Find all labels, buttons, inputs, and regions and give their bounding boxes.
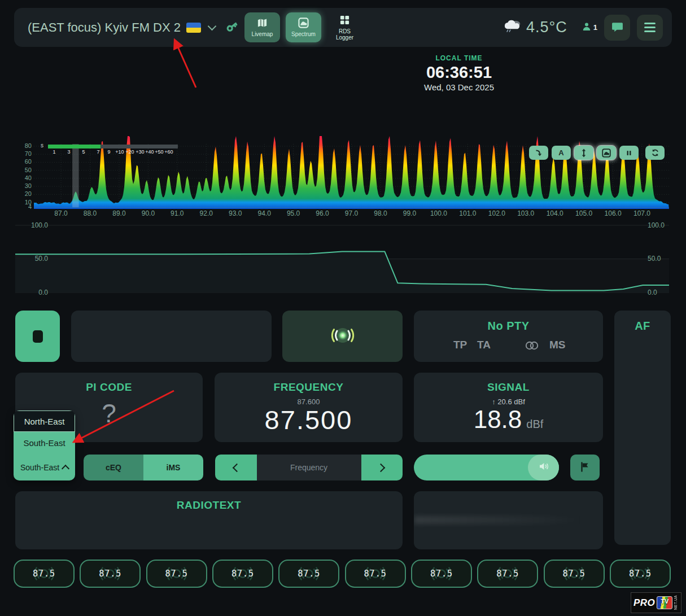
ceq-button[interactable]: cEQ (84, 455, 143, 480)
frequency-input[interactable] (257, 455, 361, 480)
frequency-panel: FREQUENCY 87.600 87.500 (215, 373, 403, 442)
pi-code-title: PI CODE (86, 381, 132, 394)
ms-flag: MS (549, 339, 566, 351)
flag-button[interactable] (570, 455, 600, 480)
spectrum-x-tick: 88.0 (84, 209, 97, 217)
listener-count: 1 (582, 22, 597, 33)
signal-title: SIGNAL (487, 381, 530, 394)
chat-button[interactable] (604, 15, 630, 41)
preset-frequency: 87.5 (165, 569, 188, 579)
pty-value: No PTY (414, 320, 603, 333)
preset-button[interactable]: 87.5 (278, 560, 339, 588)
local-date-value: Wed, 03 Dec 2025 (367, 82, 551, 92)
spectrum-y-tick: 30 (17, 182, 32, 189)
spectrum-x-tick: 93.0 (229, 209, 242, 217)
ukraine-flag-icon (186, 23, 201, 33)
history-y-tick: 0.0 (648, 289, 657, 296)
spectrum-x-tick: 101.0 (459, 209, 476, 217)
signal-history-graph[interactable]: 100.050.00.0 100.050.00.0 (15, 221, 669, 302)
antenna-dropdown: North-East South-East South-East (14, 410, 75, 480)
smeter-fill (48, 145, 101, 148)
preset-row: 87.587.587.587.587.587.587.587.587.587.5 (14, 560, 671, 588)
spectrum-y-tick: 80 (17, 142, 32, 149)
smeter-tick: +50 (155, 149, 163, 155)
protv-logo[interactable]: PRO TV NET.UA (631, 592, 681, 613)
livemap-button[interactable]: Livemap (244, 12, 280, 42)
chevron-down-icon[interactable] (208, 22, 217, 31)
smeter-tick: +40 (145, 149, 154, 155)
graph-style-button[interactable] (597, 146, 616, 160)
audio-mode-buttons: cEQ iMS (84, 455, 203, 480)
radiotext-panel: RADIOTEXT (15, 491, 403, 549)
antenna-option-north-east[interactable]: North-East (14, 410, 75, 432)
spectrum-graph[interactable]: 80706050403020104 87.088.089.090.091.092… (17, 141, 671, 218)
spectrum-y-tick: 50 (17, 167, 32, 173)
smeter-tick: 3 (67, 149, 70, 155)
audio-status-panel[interactable] (282, 311, 403, 362)
local-time-label: LOCAL TIME (367, 54, 551, 62)
weather-icon (504, 19, 522, 36)
volume-slider[interactable] (414, 455, 559, 480)
flag-icon (580, 462, 590, 474)
signal-peak: ↑ 20.6 dBf (492, 397, 525, 406)
local-time-value: 06:36:51 (367, 63, 551, 82)
preset-button[interactable]: 87.5 (14, 560, 75, 588)
preset-frequency: 87.5 (231, 569, 254, 579)
spectrum-y-tick: 40 (17, 174, 32, 181)
frequency-down-button[interactable] (215, 455, 257, 480)
station-title[interactable]: (EAST focus) Kyiv FM DX 2 (28, 20, 181, 35)
preset-button[interactable]: 87.5 (477, 560, 538, 588)
preset-frequency: 87.5 (99, 569, 121, 579)
vertical-zoom-button[interactable] (574, 146, 593, 160)
spectrum-toolbar: A (529, 146, 665, 160)
spectrum-x-tick: 87.0 (54, 209, 67, 217)
snap-down-button[interactable] (529, 146, 548, 160)
smeter-tick: +20 (125, 149, 134, 155)
frequency-up-button[interactable] (361, 455, 403, 480)
rds-logger-button[interactable]: RDS Logger (327, 12, 362, 42)
smeter-tick: +60 (164, 149, 173, 155)
stop-icon (33, 330, 43, 343)
preset-button[interactable]: 87.5 (212, 560, 273, 588)
menu-button[interactable] (637, 15, 663, 41)
speaker-icon (539, 462, 549, 473)
station-name-panel (71, 311, 272, 362)
refresh-button[interactable] (645, 146, 665, 160)
spectrum-button[interactable]: Spectrum (286, 12, 321, 42)
stop-button[interactable] (15, 311, 60, 362)
preset-button[interactable]: 87.5 (345, 560, 406, 588)
pause-button[interactable] (619, 146, 639, 160)
history-y-tick: 100.0 (648, 221, 665, 229)
antenna-option-south-east[interactable]: South-East (14, 432, 75, 454)
smeter-tick: 7 (97, 149, 99, 155)
antenna-select[interactable]: South-East (14, 454, 75, 480)
spectrum-x-tick: 99.0 (403, 209, 416, 217)
preset-button[interactable]: 87.5 (146, 560, 207, 588)
smeter-tick: 9 (107, 149, 110, 155)
preset-button[interactable]: 87.5 (80, 560, 141, 588)
preset-button[interactable]: 87.5 (544, 560, 605, 588)
auto-scale-button[interactable]: A (552, 146, 571, 160)
ims-button[interactable]: iMS (143, 455, 203, 480)
aux-blur-streak (414, 516, 583, 524)
preset-button[interactable]: 87.5 (411, 560, 472, 588)
smeter-tick: 1 (53, 149, 55, 155)
spectrum-y-tick: 70 (17, 150, 32, 157)
preset-frequency: 87.5 (496, 569, 519, 579)
livemap-label: Livemap (252, 31, 273, 37)
spectrum-x-tick: 91.0 (171, 209, 183, 217)
preset-frequency: 87.5 (364, 569, 387, 579)
spectrum-x-tick: 92.0 (200, 209, 213, 217)
spectrum-x-tick: 98.0 (374, 209, 387, 217)
radiotext-title: RADIOTEXT (15, 499, 403, 512)
logo-pro-text: PRO (633, 597, 655, 609)
spectrum-x-tick: 102.0 (488, 209, 505, 217)
preset-button[interactable]: 87.5 (610, 560, 671, 588)
logo-domain-text: NET.UA (674, 595, 678, 610)
history-y-tick: 100.0 (21, 221, 48, 229)
annotation-arrow-title (175, 41, 196, 88)
listener-count-value: 1 (593, 23, 597, 32)
volume-thumb[interactable] (528, 455, 559, 480)
spectrum-x-tick: 103.0 (517, 209, 534, 217)
key-icon[interactable] (225, 20, 239, 36)
